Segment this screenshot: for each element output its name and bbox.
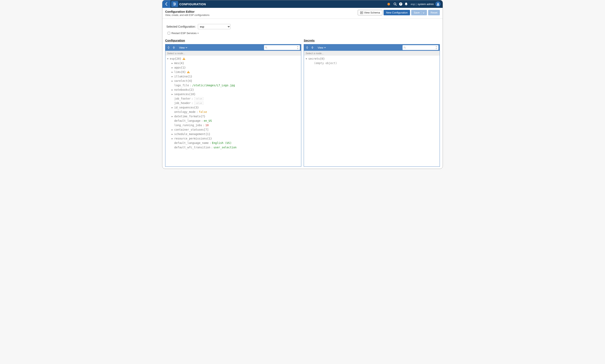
view-dropdown[interactable]: View bbox=[179, 46, 187, 49]
restart-services-checkbox[interactable] bbox=[168, 32, 170, 35]
tree-value: false bbox=[199, 110, 207, 114]
search-button[interactable] bbox=[393, 2, 397, 6]
toggle-icon[interactable]: ▶ bbox=[171, 80, 174, 82]
chevron-down-icon bbox=[324, 47, 326, 48]
collapse-all-button[interactable] bbox=[310, 46, 314, 50]
collapse-icon bbox=[172, 46, 175, 49]
editor-subtitle: View, create, and edit ESP configuration… bbox=[165, 14, 358, 16]
tree-leaf[interactable]: default_wfc_transition:user_selection bbox=[167, 145, 300, 150]
save-button[interactable]: Save bbox=[411, 10, 427, 15]
search-icon bbox=[265, 46, 267, 49]
secrets-tree[interactable]: ▼secrets {0}(empty object) bbox=[304, 56, 440, 167]
tree-leaf[interactable]: logo_file:/static/images/L7_Logo.jpg bbox=[167, 83, 300, 88]
secrets-path-bar[interactable]: Select a node... bbox=[304, 51, 440, 56]
tree-node-root[interactable]: ▼secrets {0} bbox=[305, 56, 438, 61]
tree-node[interactable]: ▶datetime_formats {7} bbox=[167, 114, 300, 118]
expand-all-button[interactable] bbox=[167, 46, 171, 50]
svg-line-19 bbox=[266, 48, 267, 48]
secrets-toolbar: View ▼ ▲ bbox=[304, 44, 440, 51]
config-icon bbox=[171, 1, 178, 7]
empty-value[interactable]: value bbox=[194, 102, 203, 104]
toggle-icon[interactable]: ▶ bbox=[171, 89, 174, 91]
avatar[interactable] bbox=[435, 1, 441, 7]
tree-empty-label: (empty object) bbox=[305, 61, 438, 65]
toggle-icon[interactable]: ▶ bbox=[171, 137, 174, 140]
tree-value: en_US bbox=[204, 119, 212, 122]
reset-button[interactable]: Reset bbox=[428, 10, 440, 15]
tree-node[interactable]: ▶varelect {4} bbox=[167, 78, 300, 83]
config-toolbar: View ▼ ▲ bbox=[165, 44, 301, 51]
toggle-icon[interactable]: ▶ bbox=[171, 133, 174, 135]
expand-all-button[interactable] bbox=[305, 46, 309, 50]
tree-node[interactable]: ▶notebooks {2} bbox=[167, 88, 300, 92]
tree-node[interactable]: ▶apps {1} bbox=[167, 65, 300, 70]
search-next-button[interactable]: ▲ bbox=[435, 48, 437, 49]
configuration-panel: View ▼ ▲ Select a no bbox=[165, 44, 301, 167]
chevron-left-icon bbox=[165, 2, 168, 6]
expand-icon bbox=[167, 46, 170, 49]
tree-leaf[interactable]: long_running_jobs:10 bbox=[167, 123, 300, 127]
tree-leaf[interactable]: default_language:en_US bbox=[167, 118, 300, 123]
selected-config-select[interactable]: esp bbox=[198, 24, 230, 29]
tree-leaf[interactable]: default_language_name:English (US) bbox=[167, 141, 300, 145]
warning-icon bbox=[187, 71, 190, 73]
notifications-button[interactable] bbox=[404, 2, 408, 6]
view-dropdown[interactable]: View bbox=[318, 46, 326, 49]
tree-node[interactable]: ▶sequences {10} bbox=[167, 92, 300, 96]
svg-point-18 bbox=[265, 47, 267, 48]
tree-leaf[interactable]: job_footer:value bbox=[167, 96, 300, 101]
svg-point-11 bbox=[437, 3, 439, 4]
svg-text:?: ? bbox=[400, 3, 401, 5]
tree-leaf[interactable]: ontology_mode:false bbox=[167, 110, 300, 114]
tree-value: 10 bbox=[205, 124, 209, 127]
save-dropdown-arrow[interactable] bbox=[421, 11, 425, 14]
tree-node[interactable]: ▶schedule_management {1} bbox=[167, 132, 300, 136]
toggle-icon[interactable]: ▼ bbox=[305, 58, 308, 60]
tree-node[interactable]: ▶resource_permissions {1} bbox=[167, 136, 300, 141]
tree-node[interactable]: ▶illumina {1} bbox=[167, 74, 300, 78]
toggle-icon[interactable]: ▶ bbox=[171, 115, 174, 117]
toggle-icon[interactable]: ▶ bbox=[171, 93, 174, 95]
tree-node[interactable]: ▶id_sequences {3} bbox=[167, 105, 300, 110]
config-tree[interactable]: ▼esp {20}▶mes {4}▶apps {1}▶lims {6}▶illu… bbox=[165, 56, 301, 167]
secrets-search[interactable]: ▼ ▲ bbox=[403, 45, 438, 50]
config-search-input[interactable] bbox=[268, 46, 295, 49]
search-next-button[interactable]: ▲ bbox=[297, 48, 299, 49]
chevron-down-icon bbox=[186, 47, 187, 48]
empty-value[interactable]: value bbox=[194, 97, 203, 100]
help-icon: ? bbox=[399, 2, 403, 6]
user-icon bbox=[436, 2, 440, 6]
tree-leaf[interactable]: job_header:value bbox=[167, 101, 300, 105]
config-path-bar[interactable]: Select a node... bbox=[165, 51, 301, 56]
secrets-panel: View ▼ ▲ Select a no bbox=[304, 44, 440, 167]
help-button[interactable]: ? bbox=[399, 2, 403, 6]
toggle-icon[interactable]: ▶ bbox=[171, 71, 174, 73]
tree-node-root[interactable]: ▼esp {20} bbox=[167, 56, 300, 61]
warning-icon bbox=[183, 57, 185, 60]
tree-node[interactable]: ▶mes {4} bbox=[167, 61, 300, 65]
schema-icon bbox=[360, 12, 363, 14]
toggle-icon[interactable]: ▼ bbox=[167, 58, 169, 60]
config-search[interactable]: ▼ ▲ bbox=[264, 45, 300, 50]
collapse-all-button[interactable] bbox=[172, 46, 176, 50]
toggle-icon[interactable]: ▶ bbox=[171, 66, 174, 69]
tree-node[interactable]: ▶lims {6} bbox=[167, 70, 300, 74]
tree-value: user_selection bbox=[214, 146, 237, 149]
user-name-label: system admin bbox=[418, 3, 434, 6]
toggle-icon[interactable]: ▶ bbox=[171, 75, 174, 78]
bell-icon bbox=[404, 2, 408, 6]
toggle-icon[interactable]: ▶ bbox=[171, 106, 174, 109]
back-button[interactable] bbox=[162, 0, 170, 8]
tree-node[interactable]: ▶container_statuses [7] bbox=[167, 127, 300, 132]
content-area: Selected Configuration: esp Restart ESP … bbox=[162, 19, 443, 169]
toggle-icon[interactable]: ▶ bbox=[171, 129, 174, 131]
svg-line-27 bbox=[405, 48, 405, 48]
header-row: Configuration Editor View, create, and e… bbox=[162, 8, 443, 19]
secrets-search-input[interactable] bbox=[407, 46, 434, 49]
toggle-icon[interactable]: ▶ bbox=[171, 62, 174, 64]
new-configuration-button[interactable]: New Configuration bbox=[384, 10, 410, 15]
tree-value: /static/images/L7_Logo.jpg bbox=[192, 84, 235, 87]
view-schema-button[interactable]: View Schema bbox=[358, 10, 382, 15]
svg-point-3 bbox=[174, 3, 174, 3]
search-icon bbox=[404, 46, 406, 49]
